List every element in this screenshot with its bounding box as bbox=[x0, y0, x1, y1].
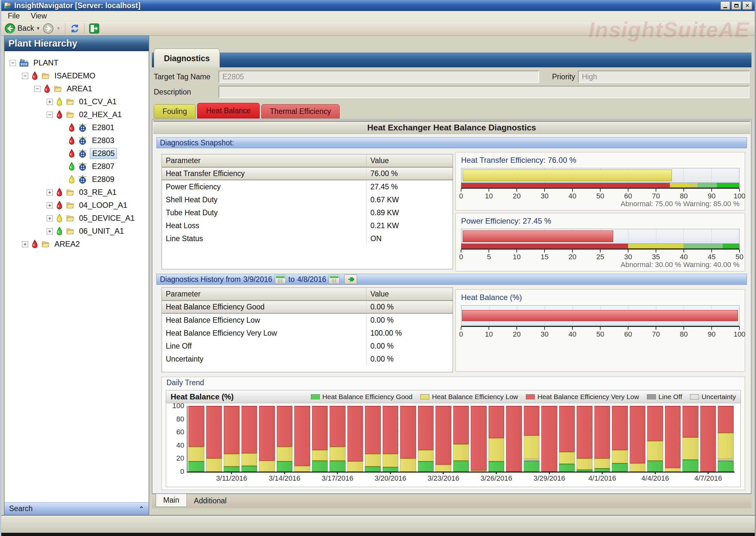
bar-segment bbox=[383, 406, 398, 454]
target-tag-field[interactable]: E2805 bbox=[219, 71, 539, 83]
tree-item-plant[interactable]: −PLANT bbox=[5, 56, 149, 69]
expand-plus-icon[interactable]: + bbox=[47, 99, 53, 105]
table-row[interactable]: Line Off0.00 % bbox=[162, 340, 453, 352]
table-row[interactable]: Shell Heat Duty0.67 KW bbox=[162, 193, 453, 206]
collapse-minus-icon[interactable]: − bbox=[47, 112, 53, 118]
tree-item-label: 05_DEVICE_A1 bbox=[77, 213, 137, 223]
refresh-icon[interactable] bbox=[70, 24, 80, 33]
menu-view[interactable]: View bbox=[31, 12, 47, 20]
expand-plus-icon[interactable]: + bbox=[47, 228, 53, 234]
y-axis-label: 0 bbox=[180, 467, 184, 476]
tree-item-04_loop_a1[interactable]: +04_LOOP_A1 bbox=[5, 199, 149, 212]
back-button[interactable]: Back ▼ bbox=[5, 23, 40, 34]
axis-tick-label: 0 bbox=[459, 330, 463, 339]
tab-fouling[interactable]: Fouling bbox=[154, 104, 195, 118]
axis-tick-label: 40 bbox=[680, 253, 688, 261]
close-button[interactable]: ✕ bbox=[742, 1, 752, 10]
bar-segment bbox=[224, 406, 240, 454]
table-row[interactable]: Heat Balance Efficiency Very Low100.00 % bbox=[162, 327, 453, 340]
y-axis-label: 20 bbox=[176, 454, 184, 462]
chart-plot-area: 0204060801003/11/20163/14/20163/17/20163… bbox=[187, 406, 735, 473]
table-row[interactable]: Heat Balance Efficiency Good0.00 % bbox=[162, 301, 453, 314]
tree-item-01_cv_a1[interactable]: +01_CV_A1 bbox=[5, 95, 149, 108]
tree-item-e2803[interactable]: E2803 bbox=[5, 134, 149, 147]
tab-heat-balance[interactable]: Heat Balance bbox=[197, 103, 259, 118]
collapse-minus-icon[interactable]: − bbox=[34, 86, 41, 92]
app-icon bbox=[4, 2, 12, 9]
x-axis-label: 4/7/2016 bbox=[694, 474, 722, 483]
from-date-calendar-button[interactable]: 01 bbox=[275, 275, 286, 284]
bar-segment bbox=[577, 458, 593, 470]
snapshot-table: ParameterValueHeat Transfer Efficiency76… bbox=[161, 154, 453, 269]
tree-item-e2801[interactable]: E2801 bbox=[5, 121, 149, 134]
table-row[interactable]: Line StatusON bbox=[162, 232, 453, 245]
trend-bar bbox=[365, 406, 381, 472]
tab-main[interactable]: Main bbox=[156, 494, 187, 507]
tree-item-06_unit_a1[interactable]: +06_UNIT_A1 bbox=[5, 225, 149, 238]
bar-segment bbox=[365, 466, 381, 472]
cell-parameter: Power Efficiency bbox=[162, 180, 366, 193]
folder-icon bbox=[53, 84, 62, 93]
collapse-minus-icon[interactable]: − bbox=[22, 73, 28, 79]
trend-bar-slot bbox=[646, 406, 664, 472]
table-row[interactable]: Heat Transfer Efficiency76.00 % bbox=[162, 167, 453, 180]
minimize-button[interactable] bbox=[720, 1, 730, 10]
cell-value: 0.00 % bbox=[366, 314, 397, 327]
expand-plus-icon[interactable]: + bbox=[47, 189, 53, 195]
tree-item-e2809[interactable]: E2809 bbox=[5, 173, 149, 186]
tab-diagnostics[interactable]: Diagnostics bbox=[154, 49, 220, 68]
table-row[interactable]: Heat Loss0.21 KW bbox=[162, 219, 453, 232]
back-dropdown-icon[interactable]: ▼ bbox=[36, 26, 40, 31]
header-fields: Target Tag Name E2805 Priority High Desc… bbox=[152, 68, 751, 103]
chevron-up-icon[interactable]: ⌃ bbox=[139, 505, 144, 513]
exit-icon[interactable] bbox=[89, 23, 99, 34]
expand-plus-icon[interactable]: + bbox=[47, 202, 53, 209]
tree-item-e2805[interactable]: E2805 bbox=[5, 147, 149, 160]
history-go-button[interactable] bbox=[344, 275, 357, 284]
expand-plus-icon[interactable]: + bbox=[22, 241, 28, 247]
forward-button[interactable] bbox=[43, 23, 54, 34]
trend-bar-slot bbox=[629, 406, 647, 472]
maximize-button[interactable] bbox=[731, 1, 741, 10]
y-axis-label: 80 bbox=[176, 415, 184, 423]
bar-segment bbox=[577, 406, 593, 458]
expand-plus-icon[interactable]: + bbox=[47, 215, 53, 221]
forward-dropdown-icon[interactable]: ▼ bbox=[56, 26, 60, 31]
bar-segment bbox=[206, 406, 222, 458]
cell-parameter: Line Status bbox=[162, 232, 366, 245]
tree-item-area1[interactable]: −AREA1 bbox=[5, 82, 149, 95]
tree-item-03_re_a1[interactable]: +03_RE_A1 bbox=[5, 186, 149, 199]
menu-file[interactable]: File bbox=[8, 12, 20, 20]
trend-bar bbox=[718, 406, 734, 472]
table-row[interactable]: Uncertainty0.00 % bbox=[162, 352, 453, 365]
collapse-minus-icon[interactable]: − bbox=[10, 60, 16, 66]
to-date-calendar-button[interactable]: 01 bbox=[328, 275, 340, 284]
tab-thermal-efficiency[interactable]: Thermal Efficiency bbox=[261, 104, 340, 118]
tree-item-isaedemo[interactable]: −ISAEDEMO bbox=[5, 69, 149, 82]
power-efficiency-gauge: Power Efficiency: 27.45 %051015202530354… bbox=[456, 213, 745, 271]
search-bar[interactable]: Search ⌃ bbox=[5, 502, 149, 515]
axis-tick-label: 90 bbox=[708, 330, 715, 339]
tab-additional[interactable]: Additional bbox=[187, 494, 234, 507]
chart-legend: Heat Balance Efficiency GoodHeat Balance… bbox=[311, 393, 736, 401]
table-row[interactable]: Tube Heat Duty0.89 KW bbox=[162, 206, 453, 219]
axis-tick-label: 10 bbox=[485, 192, 493, 200]
tree-item-area2[interactable]: +AREA2 bbox=[5, 238, 149, 251]
description-field[interactable] bbox=[219, 86, 749, 98]
bar-segment bbox=[595, 458, 610, 468]
priority-field[interactable]: High bbox=[578, 71, 749, 83]
column-header-value: Value bbox=[366, 288, 393, 300]
status-drop-yellow-icon bbox=[56, 97, 63, 106]
axis-tick-label: 20 bbox=[513, 192, 521, 200]
bar-segment bbox=[612, 463, 628, 472]
bar-segment bbox=[224, 454, 240, 466]
cell-parameter: Heat Balance Efficiency Low bbox=[162, 314, 366, 327]
tree-item-e2807[interactable]: E2807 bbox=[5, 160, 149, 173]
table-row[interactable]: Heat Balance Efficiency Low0.00 % bbox=[162, 314, 453, 327]
legend-swatch bbox=[647, 394, 656, 399]
table-row[interactable]: Power Efficiency27.45 % bbox=[162, 180, 453, 193]
tree-item-02_hex_a1[interactable]: −02_HEX_A1 bbox=[5, 108, 149, 121]
tree-item-05_device_a1[interactable]: +05_DEVICE_A1 bbox=[5, 212, 149, 225]
valve-icon bbox=[78, 123, 87, 132]
snapshot-section-header: Diagnostics Snapshot: bbox=[156, 137, 747, 148]
